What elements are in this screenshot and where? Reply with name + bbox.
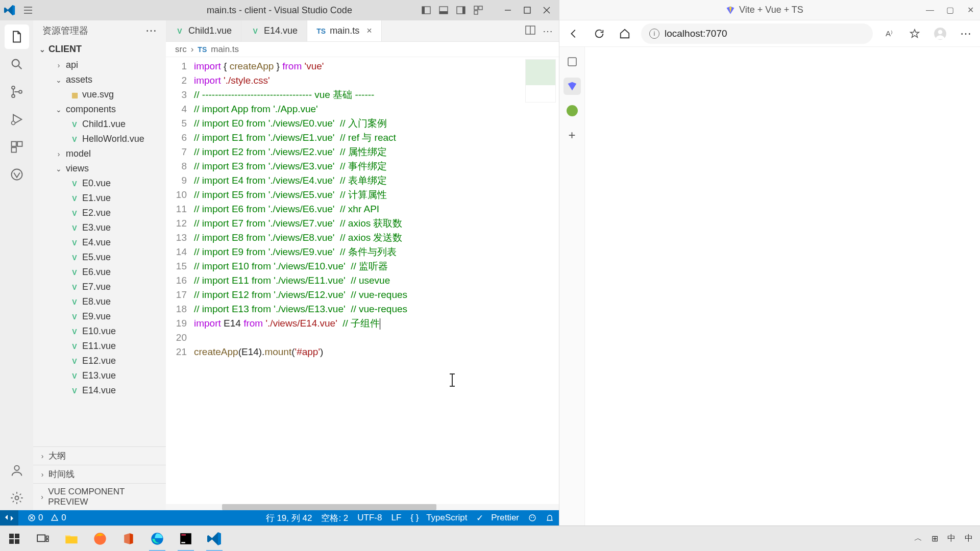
file-e6-vue[interactable]: VE6.vue	[33, 265, 166, 280]
folder-assets[interactable]: ⌄assets	[33, 72, 166, 87]
browser-toolbar: i localhost:7070 A⁾ ⋯	[559, 20, 980, 47]
file-e9-vue[interactable]: VE9.vue	[33, 309, 166, 324]
status-encoding[interactable]: UTF-8	[357, 513, 382, 523]
minimap[interactable]	[525, 59, 556, 103]
file-e0-vue[interactable]: VE0.vue	[33, 176, 166, 191]
activity-account-icon[interactable]	[5, 458, 29, 483]
file-e3-vue[interactable]: VE3.vue	[33, 220, 166, 235]
remote-indicator[interactable]	[0, 510, 18, 525]
hamburger-menu-icon[interactable]	[23, 6, 33, 15]
file-helloworld[interactable]: VHelloWorld.vue	[33, 132, 166, 146]
file-e11-vue[interactable]: VE11.vue	[33, 339, 166, 354]
refresh-button[interactable]	[590, 24, 608, 43]
customize-layout-icon[interactable]	[472, 4, 484, 16]
browser-viewport[interactable]	[585, 47, 980, 525]
browser-maximize-button[interactable]: ▢	[945, 5, 955, 15]
file-e13-vue[interactable]: VE13.vue	[33, 368, 166, 383]
folder-api[interactable]: ›api	[33, 58, 166, 72]
site-info-icon[interactable]: i	[649, 29, 659, 39]
svg-rect-3	[439, 11, 448, 14]
sidebar-vite-tab[interactable]	[564, 78, 581, 95]
taskbar-file-explorer[interactable]	[57, 526, 86, 552]
taskbar-office[interactable]	[114, 526, 143, 552]
favorites-icon[interactable]	[905, 24, 924, 43]
file-e12-vue[interactable]: VE12.vue	[33, 354, 166, 368]
status-prettier[interactable]: ✓ Prettier	[476, 513, 519, 523]
maximize-button[interactable]	[519, 2, 535, 18]
tray-grid-icon[interactable]: ⊞	[932, 534, 938, 543]
file-e7-vue[interactable]: VE7.vue	[33, 280, 166, 294]
minimize-button[interactable]	[500, 2, 516, 18]
status-feedback-icon[interactable]	[528, 514, 536, 522]
outline-section[interactable]: ›大纲	[33, 446, 166, 465]
file-e1-vue[interactable]: VE1.vue	[33, 191, 166, 206]
tab-close-icon[interactable]: ×	[366, 26, 372, 36]
taskbar-vscode[interactable]	[200, 526, 229, 552]
home-button[interactable]	[616, 24, 634, 43]
tab-e14[interactable]: VE14.vue	[241, 20, 307, 41]
status-eol[interactable]: LF	[391, 513, 401, 523]
svg-rect-6	[474, 6, 478, 10]
task-view-icon[interactable]	[29, 526, 57, 552]
sidebar-add-tab[interactable]: +	[564, 127, 581, 144]
layout-panel-left-icon[interactable]	[420, 4, 432, 16]
file-e4-vue[interactable]: VE4.vue	[33, 235, 166, 250]
tab-main-ts[interactable]: TSmain.ts×	[307, 20, 382, 41]
status-problems[interactable]: 0 0	[28, 513, 66, 523]
browser-close-button[interactable]: ✕	[966, 5, 976, 15]
breadcrumb[interactable]: src›TSmain.ts	[166, 42, 559, 57]
read-aloud-icon[interactable]: A⁾	[880, 24, 898, 43]
activity-settings-icon[interactable]	[5, 486, 29, 510]
file-child1[interactable]: VChild1.vue	[33, 117, 166, 132]
layout-panel-right-icon[interactable]	[455, 4, 467, 16]
activity-search-icon[interactable]	[5, 52, 29, 77]
taskbar-intellij[interactable]	[172, 526, 200, 552]
activity-extensions-icon[interactable]	[5, 135, 29, 159]
status-lang[interactable]: { } TypeScript	[410, 513, 467, 523]
file-e2-vue[interactable]: VE2.vue	[33, 206, 166, 220]
tray-chevron-icon[interactable]: ︿	[914, 533, 922, 544]
status-bell-icon[interactable]	[546, 514, 554, 522]
timeline-section[interactable]: ›时间线	[33, 465, 166, 483]
file-vue-svg[interactable]: ▦vue.svg	[33, 87, 166, 102]
folder-views[interactable]: ⌄views	[33, 161, 166, 176]
sidebar-tab-icon[interactable]	[564, 53, 581, 70]
activity-vue-icon[interactable]	[5, 162, 29, 187]
code-editor[interactable]: 123456789101112131415161718192021 import…	[166, 57, 559, 504]
back-button[interactable]	[565, 24, 583, 43]
horizontal-scrollbar[interactable]	[166, 504, 559, 510]
taskbar-firefox[interactable]	[86, 526, 114, 552]
activity-debug-icon[interactable]	[5, 107, 29, 132]
folder-model[interactable]: ›model	[33, 146, 166, 161]
status-indent[interactable]: 空格: 2	[321, 512, 348, 524]
editor-more-icon[interactable]: ⋯	[543, 25, 553, 37]
activity-explorer-icon[interactable]	[5, 24, 29, 49]
browser-more-icon[interactable]: ⋯	[957, 24, 975, 43]
vue-preview-section[interactable]: ›VUE COMPONENT PREVIEW	[33, 483, 166, 510]
split-editor-icon[interactable]	[525, 25, 535, 37]
profile-icon[interactable]	[931, 24, 949, 43]
file-e14-vue[interactable]: VE14.vue	[33, 383, 166, 398]
sidebar-green-tab[interactable]	[564, 102, 581, 119]
browser-minimize-button[interactable]: —	[925, 5, 935, 15]
file-e10-vue[interactable]: VE10.vue	[33, 324, 166, 339]
layout-panel-bottom-icon[interactable]	[437, 4, 450, 16]
ime-indicator-1[interactable]: 中	[947, 533, 955, 544]
status-cursor-pos[interactable]: 行 19, 列 42	[266, 512, 312, 524]
activity-scm-icon[interactable]	[5, 80, 29, 104]
explorer-sidebar: 资源管理器 ⋯ ⌄CLIENT ›api ⌄assets ▦vue.svg ⌄c…	[33, 20, 166, 510]
taskbar-edge[interactable]	[143, 526, 172, 552]
svg-point-24	[529, 515, 535, 521]
close-button[interactable]	[538, 2, 555, 18]
activity-bar	[0, 20, 33, 510]
folder-root[interactable]: ⌄CLIENT	[33, 41, 166, 58]
file-e5-vue[interactable]: VE5.vue	[33, 250, 166, 265]
explorer-more-icon[interactable]: ⋯	[145, 24, 157, 37]
tab-child1[interactable]: VChild1.vue	[166, 20, 241, 41]
address-bar[interactable]: i localhost:7070	[641, 23, 873, 44]
ime-indicator-2[interactable]: 中	[965, 533, 973, 544]
start-button[interactable]	[0, 526, 29, 552]
folder-components[interactable]: ⌄components	[33, 102, 166, 117]
file-e8-vue[interactable]: VE8.vue	[33, 294, 166, 309]
system-tray[interactable]: ︿ ⊞ 中 中	[914, 533, 980, 544]
